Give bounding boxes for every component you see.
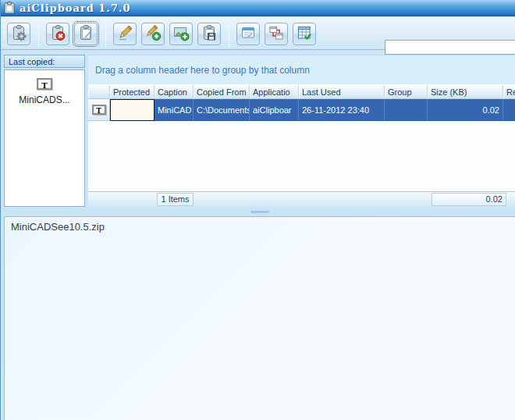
size-total: 0.02 [432, 193, 506, 206]
text-clip-icon [37, 78, 52, 90]
toolbar: Comments and questions: support [1, 17, 515, 50]
preview-pane[interactable]: MiniCADSee10.5.zip [4, 216, 515, 420]
clipboard-icon [4, 2, 15, 14]
arrange-windows-icon [268, 24, 285, 44]
column-header-last-used[interactable]: Last Used [299, 85, 385, 98]
clipboard-gear-icon [10, 24, 27, 44]
title-bar[interactable]: aiClipboard 1.7.0 [1, 0, 515, 16]
grid-row[interactable]: MiniCAD C:\Documents aiClipboar 26-11-20… [88, 99, 515, 121]
cell-last-used[interactable]: 26-11-2012 23:40 [299, 99, 385, 121]
list-item[interactable]: MiniCADS... [5, 70, 84, 105]
column-header-caption[interactable]: Caption [154, 85, 194, 98]
grid-header-row: Protected Caption Copied From Applicatio… [88, 84, 515, 99]
clipboard-options-button[interactable] [7, 23, 30, 45]
toolbar-separator [105, 20, 106, 47]
group-by-bar[interactable]: Drag a column header here to group by th… [88, 55, 515, 84]
row-icon-cell[interactable] [88, 99, 110, 121]
splitter-grip-icon [250, 211, 269, 213]
last-copied-list[interactable]: MiniCADS... [4, 69, 85, 207]
delete-clip-button[interactable] [46, 23, 69, 45]
clipboard-delete-icon [49, 24, 66, 44]
toolbar-separator [38, 20, 39, 47]
cell-protected[interactable] [110, 99, 154, 121]
last-copied-panel: Last copied: MiniCADS... [4, 55, 85, 207]
window-button[interactable] [236, 23, 260, 45]
table-check-icon [296, 24, 313, 44]
clip-grid-panel: Drag a column header here to group by th… [88, 55, 515, 207]
grid-footer: 1 Items 0.02 [88, 191, 515, 207]
column-header-group[interactable]: Group [385, 85, 428, 98]
cell-group[interactable] [385, 99, 428, 121]
horizontal-splitter[interactable] [4, 208, 515, 216]
capture-image-button[interactable] [169, 23, 193, 45]
column-header-protected[interactable]: Protected [110, 85, 154, 98]
window-icon [240, 24, 257, 44]
cell-caption[interactable]: MiniCAD [154, 99, 194, 121]
grid-empty-area[interactable] [88, 121, 515, 191]
add-clip-button[interactable] [141, 23, 165, 45]
clipboard-paper-icon [77, 24, 94, 44]
toolbar-separator [229, 20, 229, 47]
text-clip-icon [92, 105, 106, 115]
last-copied-header: Last copied: [4, 55, 85, 68]
save-clip-button[interactable] [197, 23, 221, 45]
pencil-add-icon [144, 24, 162, 44]
preview-text: MiniCADSee10.5.zip [11, 221, 105, 233]
column-header-remarks[interactable]: Remarks [503, 85, 515, 98]
cell-application[interactable]: aiClipboar [250, 99, 299, 121]
cell-copied-from[interactable]: C:\Documents [194, 99, 250, 121]
clip-label: MiniCADS... [5, 94, 84, 105]
column-header-copied-from[interactable]: Copied From [194, 85, 250, 98]
window-title: aiClipboard 1.7.0 [20, 2, 131, 14]
apply-table-button[interactable] [293, 23, 316, 45]
cell-size-kb[interactable]: 0.02 [428, 99, 503, 121]
arrange-windows-button[interactable] [265, 23, 288, 45]
column-header-size-kb[interactable]: Size (KB) [428, 85, 503, 98]
cell-remarks[interactable] [503, 99, 515, 121]
app-window: aiClipboard 1.7.0 [0, 0, 515, 420]
column-header-icon[interactable] [88, 85, 110, 98]
clipboard-save-icon [201, 24, 218, 44]
pencil-icon [116, 24, 133, 44]
view-clip-button[interactable] [74, 23, 98, 45]
edit-clip-button[interactable] [113, 23, 137, 45]
item-count: 1 Items [157, 193, 194, 206]
image-add-icon [172, 24, 190, 44]
search-input[interactable] [385, 40, 515, 55]
column-header-application[interactable]: Applicatio [250, 85, 299, 98]
